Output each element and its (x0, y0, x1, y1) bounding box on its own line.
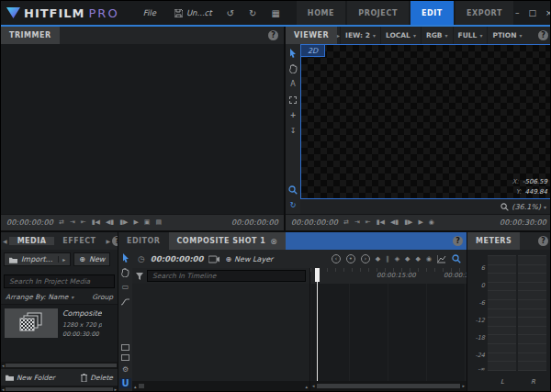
editor-tab[interactable]: EDITOR (118, 232, 169, 250)
viewer-current-time[interactable]: 00:00:00:00 (291, 218, 338, 227)
play-icon[interactable]: ▶ (133, 219, 138, 226)
clock-icon[interactable]: ◷ (138, 255, 145, 263)
scroll-left-icon[interactable]: ◂ (2, 364, 5, 368)
track-height-large-icon[interactable] (121, 354, 129, 361)
view-mode-dropdown[interactable]: IEW: 2 ▾ (340, 27, 380, 44)
group-button[interactable]: Group (92, 293, 113, 301)
keyframe-smooth-icon[interactable]: ◈ (395, 255, 399, 263)
undo-icon[interactable]: ↺ (227, 8, 234, 18)
trimmer-tab[interactable]: TRIMMER (1, 27, 60, 44)
scrollbar-thumb[interactable] (6, 364, 117, 367)
camera-icon[interactable] (208, 255, 219, 263)
timeline-options-icon[interactable]: ⚙ (120, 364, 130, 375)
zoom-tool-icon[interactable] (288, 185, 298, 195)
timeline-search-input[interactable] (147, 270, 306, 282)
track-height-small-icon[interactable] (121, 344, 129, 351)
set-out-point-icon[interactable]: ⇥ (354, 219, 360, 226)
add-keyframe-icon[interactable]: • (346, 254, 355, 263)
arrange-by-dropdown[interactable]: Arrange By: Name (6, 293, 68, 301)
effects-tab[interactable]: EFFECT (54, 237, 104, 245)
scrollbar-thumb[interactable] (6, 387, 114, 391)
minimize-button[interactable]: – (515, 8, 520, 17)
scroll-left-icon[interactable]: ◂ (312, 384, 315, 388)
select-tool-icon[interactable] (288, 48, 298, 58)
canvas-mode-tab[interactable]: 2D (301, 45, 325, 57)
trimmer-help-icon[interactable]: ? (268, 30, 278, 40)
set-in-point-icon[interactable]: ⇤ (365, 219, 371, 226)
mask-tool-icon[interactable] (288, 95, 298, 105)
composite-shot-tab[interactable]: COMPOSITE SHOT 1 ⊗ (169, 232, 287, 250)
export-frame-icon[interactable]: ▣ (144, 219, 151, 226)
tab-project[interactable]: PROJECT (347, 1, 409, 25)
step-back-icon[interactable]: ◀▮ (106, 219, 114, 226)
set-out-point-icon[interactable]: ⇥ (70, 219, 75, 226)
viewer-zoom-control[interactable]: (36.1%) ▾ (300, 199, 551, 214)
quality-dropdown[interactable]: FULL ▾ (453, 27, 488, 44)
viewer-canvas[interactable]: 2D X:-506.59 Y:449.84 (300, 44, 551, 199)
media-item-thumbnail[interactable] (5, 308, 58, 338)
slip-tool-icon[interactable]: ▭ (120, 282, 130, 292)
export-clip-icon[interactable]: ▤ (155, 219, 162, 226)
space-dropdown[interactable]: LOCAL ▾ (380, 27, 421, 44)
meters-help-icon[interactable]: ? (538, 236, 548, 246)
scroll-right-icon[interactable]: ▸ (114, 387, 117, 392)
options-dropdown[interactable]: PTION ▾ (487, 27, 526, 44)
new-button[interactable]: ⊕ New (73, 252, 110, 266)
set-in-point-icon[interactable]: ⇤ (81, 219, 86, 226)
hand-tool-icon[interactable] (288, 63, 298, 73)
meters-tab[interactable]: METERS (467, 232, 520, 250)
snap-magnet-icon[interactable]: U (119, 378, 130, 388)
close-tab-icon[interactable]: ⊗ (270, 237, 277, 246)
tab-scroll-right-icon[interactable]: ▶ (105, 238, 113, 244)
media-item-info[interactable]: Composite 1280 x 720 p 00:00:30:00 (62, 308, 102, 358)
next-keyframe-icon[interactable]: › (361, 254, 370, 263)
tab-scroll-left-icon[interactable]: ◀ (1, 238, 9, 244)
tab-export[interactable]: EXPORT (455, 1, 513, 25)
redo-icon[interactable]: ↻ (249, 8, 256, 18)
viewer-help-icon[interactable]: ? (538, 30, 548, 40)
zoom-scrollbar-thumb[interactable] (139, 384, 144, 388)
scroll-left-icon[interactable]: ◂ (2, 387, 5, 392)
text-tool-icon[interactable]: A (288, 79, 298, 89)
playhead[interactable] (317, 268, 318, 381)
import-dropdown-icon[interactable]: ▸ (58, 256, 65, 263)
keyframe-manual-icon[interactable]: ◆ (416, 255, 421, 263)
new-layer-button[interactable]: ⊕ New Layer (225, 255, 273, 263)
import-button[interactable]: Import... ▸ (4, 252, 71, 266)
loop-icon[interactable]: ⇄ (59, 219, 64, 226)
tab-home[interactable]: HOME (297, 1, 345, 25)
trimmer-current-time[interactable]: 00:00:00:00 (6, 218, 53, 227)
move-tool-icon[interactable]: + (288, 110, 298, 120)
step-forward-icon[interactable]: ▮▶ (119, 219, 128, 226)
keyframe-toggle-icon[interactable]: ◉ (426, 255, 432, 263)
snapshot-icon[interactable]: ◉ (429, 219, 434, 226)
select-tool-icon[interactable] (120, 252, 130, 263)
keyframe-linear-icon[interactable]: ◆ (376, 255, 380, 263)
workspace-grid-icon[interactable]: ▦ (271, 8, 279, 18)
keyframe-bezier-icon[interactable]: ◆ (405, 255, 410, 263)
keyframe-hold-icon[interactable]: ‖ (386, 255, 389, 263)
close-button[interactable]: × (545, 8, 551, 17)
loop-icon[interactable]: ⇄ (343, 219, 349, 226)
new-folder-button[interactable]: New Folder (6, 374, 55, 382)
editor-timecode[interactable]: 00:00:00:00 (151, 254, 204, 263)
channel-dropdown[interactable]: RGB ▾ (421, 27, 453, 44)
prev-keyframe-icon[interactable]: ‹ (332, 254, 341, 263)
zoom-handle-right-icon[interactable]: ▴ (305, 384, 308, 389)
save-project-button[interactable]: Un...ct (174, 8, 212, 17)
zoom-handle-left-icon[interactable]: ▴ (134, 384, 137, 389)
delete-button[interactable]: Delete (81, 374, 113, 382)
filter-funnel-icon[interactable] (136, 273, 143, 280)
tab-edit[interactable]: EDIT (410, 1, 454, 25)
goto-start-icon[interactable]: ▮◀ (377, 219, 385, 226)
track-lane-area[interactable] (310, 284, 467, 381)
hand-tool-icon[interactable] (120, 267, 130, 277)
orbit-tool-icon[interactable]: ↻ (288, 200, 298, 210)
scroll-right-icon[interactable]: ▸ (462, 384, 465, 388)
timeline-zoom-scrollbar[interactable]: ▴ ▴ (132, 381, 310, 391)
step-forward-icon[interactable]: ▮▶ (404, 219, 412, 226)
viewer-tab[interactable]: VIEWER (286, 27, 337, 44)
play-icon[interactable]: ▶ (418, 219, 422, 226)
editor-help-icon[interactable]: ? (453, 236, 463, 246)
file-menu[interactable]: File (143, 8, 156, 17)
